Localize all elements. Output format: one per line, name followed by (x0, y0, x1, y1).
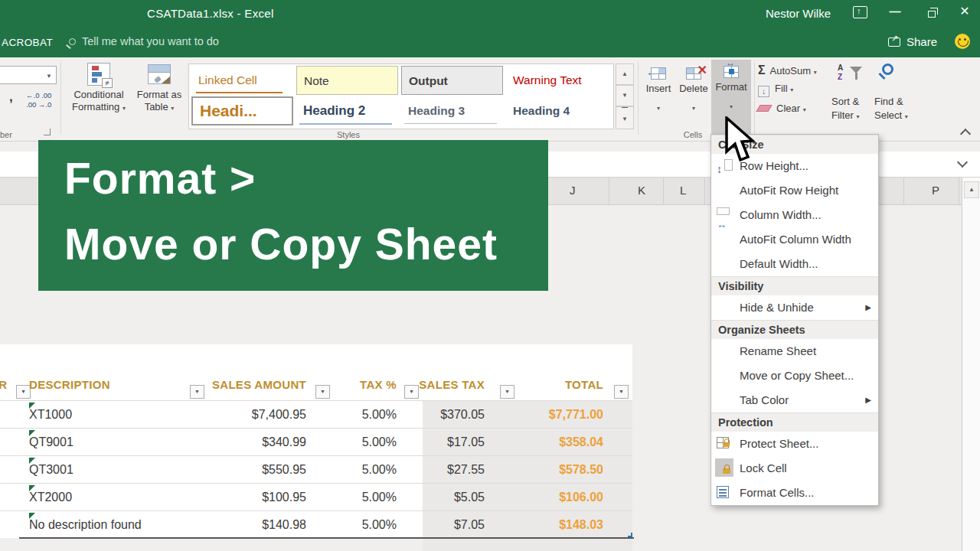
table-row[interactable]: XT1000$7,400.955.00%$370.05$7,771.00 (0, 400, 632, 428)
minimize-button[interactable]: — (882, 0, 908, 24)
data-table[interactable]: ER ▼ DESCRIPTION ▼ SALES AMOUNT ▼ TAX % … (0, 344, 632, 538)
submenu-arrow-icon: ▶ (865, 388, 871, 412)
conditional-formatting-button[interactable]: ≠ Conditional Formatting ▾ (66, 61, 132, 138)
decrease-decimal-button[interactable]: .00 →.0 (26, 100, 51, 109)
fill-button[interactable]: ↓Fill ▾ (758, 83, 793, 95)
share-button[interactable]: Share (888, 35, 937, 48)
column-header-p[interactable]: P (932, 184, 939, 197)
style-heading1-selected[interactable]: Headi... (191, 96, 293, 126)
cell-total[interactable]: $148.03 (490, 511, 603, 538)
insert-button[interactable]: ← Insert ▾ (641, 61, 676, 138)
insert-label: Insert (641, 83, 676, 94)
cell-total[interactable]: $7,771.00 (490, 401, 603, 428)
table-row[interactable]: XT2000$100.955.00%$5.05$106.00 (0, 483, 632, 510)
style-output[interactable]: Output (401, 66, 503, 95)
filter-dropdown-button[interactable]: ▼ (500, 385, 514, 399)
cell-description[interactable]: QT3001 (29, 456, 74, 483)
column-separator (903, 178, 904, 205)
comma-style-button[interactable]: , (9, 90, 13, 105)
cell-tax-pct[interactable]: 5.00% (314, 456, 397, 483)
style-note[interactable]: Note (296, 66, 398, 95)
style-warning-text[interactable]: Warning Text (506, 66, 608, 95)
column-separator (959, 178, 959, 205)
style-heading2[interactable]: Heading 2 (296, 96, 398, 126)
cell-total[interactable]: $578.50 (490, 456, 603, 483)
column-header-k[interactable]: K (638, 184, 645, 197)
cell-sales-tax[interactable]: $5.05 (402, 484, 485, 510)
column-separator (609, 178, 609, 205)
table-row[interactable]: No description found$140.985.00%$7.05$14… (0, 510, 632, 538)
menu-item-hide-unhide[interactable]: Hide & Unhide▶ (711, 295, 878, 320)
cell-tax-pct[interactable]: 5.00% (314, 401, 397, 428)
menu-item-tab-color[interactable]: Tab Color▶ (711, 388, 878, 412)
number-dialog-launcher-icon[interactable] (44, 129, 51, 135)
chevron-down-icon: ▾ (641, 105, 676, 112)
clear-button[interactable]: Clear ▾ (758, 103, 806, 114)
autosum-button[interactable]: ΣAutoSum ▾ (758, 64, 817, 77)
menu-item-default-width[interactable]: Default Width... (711, 252, 878, 276)
cell-sales-tax[interactable]: $17.05 (402, 429, 485, 455)
filter-dropdown-button[interactable]: ▼ (614, 385, 629, 399)
number-format-dropdown[interactable]: ▼ (0, 66, 57, 84)
cell-sales-amount[interactable]: $340.99 (184, 429, 306, 455)
restore-button[interactable] (919, 0, 945, 24)
menu-item-label: Move or Copy Sheet... (740, 369, 854, 382)
cell-sales-amount[interactable]: $550.95 (184, 456, 306, 483)
menu-item-label: AutoFit Column Width (740, 233, 851, 246)
window-title: CSATData1.xlsx - Excel (147, 7, 274, 20)
close-button[interactable]: ✕ (952, 0, 978, 24)
styles-scroll-up-button[interactable]: ▲ (616, 64, 634, 85)
vertical-scrollbar[interactable]: ▲ (962, 178, 980, 551)
scroll-up-button[interactable]: ▲ (964, 181, 979, 198)
menu-item-autofit-row-height[interactable]: AutoFit Row Height (711, 178, 878, 203)
cell-total[interactable]: $106.00 (490, 484, 603, 510)
cell-sales-tax[interactable]: $27.55 (402, 456, 485, 483)
cell-description[interactable]: No description found (29, 511, 142, 538)
menu-item-label: AutoFit Row Height (740, 184, 838, 197)
cell-tax-pct[interactable]: 5.00% (314, 484, 397, 510)
increase-decimal-button[interactable]: ←.0 .00 (26, 91, 51, 99)
style-linked-cell[interactable]: Linked Cell (191, 66, 293, 95)
style-heading3[interactable]: Heading 3 (401, 96, 503, 126)
style-heading4[interactable]: Heading 4 (506, 96, 608, 126)
column-separator (663, 178, 664, 205)
menu-item-format-cells[interactable]: Format Cells... (711, 481, 878, 505)
filter-dropdown-button[interactable]: ▼ (315, 385, 330, 399)
cell-description[interactable]: XT1000 (29, 401, 72, 428)
cell-sales-amount[interactable]: $100.95 (184, 484, 306, 510)
cell-tax-pct[interactable]: 5.00% (314, 429, 397, 455)
menu-item-label: Protect Sheet... (740, 437, 818, 450)
table-resize-handle[interactable] (628, 533, 632, 537)
menu-item-column-width[interactable]: ↔Column Width... (711, 203, 878, 227)
formula-bar-expand-icon[interactable] (959, 158, 968, 168)
cell-sales-tax[interactable]: $7.05 (402, 511, 485, 538)
chevron-down-icon: ▾ (790, 86, 793, 93)
find-select-label2: Select (874, 109, 902, 121)
table-row[interactable]: QT3001$550.955.00%$27.55$578.50 (0, 455, 632, 483)
menu-item-rename-sheet[interactable]: Rename Sheet (711, 339, 878, 364)
cell-sales-amount[interactable]: $7,400.95 (184, 401, 306, 428)
cell-description[interactable]: XT2000 (29, 484, 72, 510)
table-row[interactable]: QT9001$340.995.00%$17.05$358.04 (0, 428, 632, 455)
column-header-l[interactable]: L (680, 184, 686, 197)
styles-more-button[interactable]: ▼ (616, 106, 634, 129)
cell-tax-pct[interactable]: 5.00% (314, 511, 397, 538)
collapse-ribbon-icon[interactable] (962, 128, 969, 135)
tab-acrobat[interactable]: ACROBAT (2, 37, 53, 48)
cell-sales-tax[interactable]: $370.05 (402, 401, 485, 428)
cell-total[interactable]: $358.04 (490, 429, 603, 455)
styles-scroll-down-button[interactable]: ▼ (616, 85, 634, 106)
menu-item-lock-cell[interactable]: Lock Cell (711, 456, 878, 481)
cell-description[interactable]: QT9001 (29, 429, 74, 455)
format-as-table-button[interactable]: Format as Table ▾ (133, 61, 185, 138)
submenu-arrow-icon: ▶ (865, 295, 871, 320)
menu-item-protect-sheet[interactable]: Protect Sheet... (711, 432, 878, 456)
menu-item-autofit-column-width[interactable]: AutoFit Column Width (711, 227, 878, 252)
delete-button[interactable]: ✕ Delete ▾ (676, 61, 711, 138)
ribbon-display-options-icon[interactable] (853, 6, 867, 18)
cell-sales-amount[interactable]: $140.98 (184, 511, 306, 538)
menu-item-move-or-copy-sheet[interactable]: Move or Copy Sheet... (711, 364, 878, 388)
feedback-smiley-icon[interactable] (955, 34, 970, 49)
column-header-j[interactable]: J (570, 184, 576, 197)
tell-me-box[interactable]: Tell me what you want to do (69, 35, 219, 47)
